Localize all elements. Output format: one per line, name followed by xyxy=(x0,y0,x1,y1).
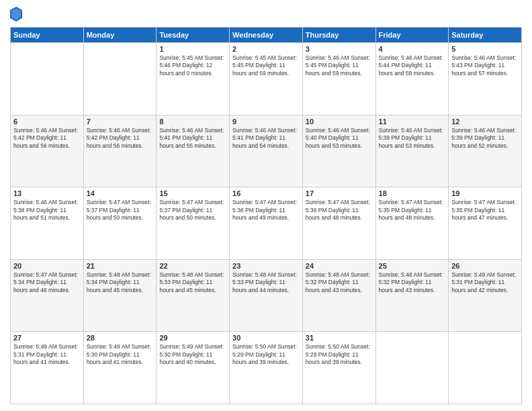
calendar-day: 29Sunrise: 5:49 AM Sunset: 5:30 PM Dayli… xyxy=(157,332,230,404)
calendar-day: 1Sunrise: 5:45 AM Sunset: 5:46 PM Daylig… xyxy=(157,43,230,116)
day-number: 15 xyxy=(159,189,226,197)
col-thursday: Thursday xyxy=(302,28,375,43)
day-detail: Sunrise: 5:50 AM Sunset: 5:29 PM Dayligh… xyxy=(232,343,300,366)
col-wednesday: Wednesday xyxy=(230,28,303,43)
logo xyxy=(10,7,24,21)
day-detail: Sunrise: 5:45 AM Sunset: 5:45 PM Dayligh… xyxy=(232,54,300,77)
day-detail: Sunrise: 5:47 AM Sunset: 5:35 PM Dayligh… xyxy=(451,199,519,222)
day-number: 27 xyxy=(13,334,81,342)
day-number: 28 xyxy=(87,334,154,342)
calendar-day: 13Sunrise: 5:46 AM Sunset: 5:38 PM Dayli… xyxy=(11,187,84,260)
day-detail: Sunrise: 5:46 AM Sunset: 5:41 PM Dayligh… xyxy=(159,127,226,150)
day-number: 11 xyxy=(379,118,446,126)
calendar-day: 28Sunrise: 5:49 AM Sunset: 5:30 PM Dayli… xyxy=(83,332,157,404)
day-number: 29 xyxy=(159,334,226,342)
day-detail: Sunrise: 5:48 AM Sunset: 5:34 PM Dayligh… xyxy=(87,271,154,294)
day-number: 16 xyxy=(232,189,300,197)
day-number: 4 xyxy=(379,45,446,53)
col-saturday: Saturday xyxy=(449,28,522,43)
day-number: 23 xyxy=(232,262,300,270)
day-number: 13 xyxy=(13,189,81,197)
header xyxy=(10,7,522,21)
calendar-day: 5Sunrise: 5:46 AM Sunset: 5:43 PM Daylig… xyxy=(449,43,522,116)
day-detail: Sunrise: 5:48 AM Sunset: 5:33 PM Dayligh… xyxy=(159,271,226,294)
day-detail: Sunrise: 5:49 AM Sunset: 5:30 PM Dayligh… xyxy=(87,343,154,366)
calendar-week-4: 20Sunrise: 5:47 AM Sunset: 5:34 PM Dayli… xyxy=(11,259,522,332)
calendar-day: 2Sunrise: 5:45 AM Sunset: 5:45 PM Daylig… xyxy=(230,43,303,116)
calendar-day: 25Sunrise: 5:48 AM Sunset: 5:32 PM Dayli… xyxy=(375,259,449,332)
col-friday: Friday xyxy=(375,28,449,43)
day-number: 31 xyxy=(306,334,373,342)
calendar-week-5: 27Sunrise: 5:49 AM Sunset: 5:31 PM Dayli… xyxy=(11,332,522,404)
day-detail: Sunrise: 5:46 AM Sunset: 5:45 PM Dayligh… xyxy=(306,54,373,77)
day-detail: Sunrise: 5:46 AM Sunset: 5:42 PM Dayligh… xyxy=(87,127,154,150)
calendar-day: 15Sunrise: 5:47 AM Sunset: 5:37 PM Dayli… xyxy=(157,187,230,260)
day-detail: Sunrise: 5:46 AM Sunset: 5:42 PM Dayligh… xyxy=(13,127,81,150)
calendar-day: 7Sunrise: 5:46 AM Sunset: 5:42 PM Daylig… xyxy=(83,115,157,187)
calendar-day: 21Sunrise: 5:48 AM Sunset: 5:34 PM Dayli… xyxy=(83,259,157,332)
calendar-day: 14Sunrise: 5:47 AM Sunset: 5:37 PM Dayli… xyxy=(83,187,157,260)
calendar-day: 17Sunrise: 5:47 AM Sunset: 5:36 PM Dayli… xyxy=(302,187,375,260)
day-number: 2 xyxy=(232,45,300,53)
calendar-day: 30Sunrise: 5:50 AM Sunset: 5:29 PM Dayli… xyxy=(230,332,303,404)
day-detail: Sunrise: 5:46 AM Sunset: 5:38 PM Dayligh… xyxy=(13,199,81,222)
day-number: 17 xyxy=(306,189,373,197)
calendar-day xyxy=(11,43,84,116)
calendar-day: 18Sunrise: 5:47 AM Sunset: 5:35 PM Dayli… xyxy=(375,187,449,260)
day-number: 5 xyxy=(451,45,519,53)
day-number: 26 xyxy=(451,262,519,270)
calendar-day: 27Sunrise: 5:49 AM Sunset: 5:31 PM Dayli… xyxy=(11,332,84,404)
day-number: 18 xyxy=(379,189,446,197)
day-detail: Sunrise: 5:45 AM Sunset: 5:46 PM Dayligh… xyxy=(159,54,226,77)
calendar-table: Sunday Monday Tuesday Wednesday Thursday… xyxy=(10,27,522,404)
day-detail: Sunrise: 5:48 AM Sunset: 5:32 PM Dayligh… xyxy=(379,271,446,294)
day-number: 6 xyxy=(13,118,81,126)
day-number: 25 xyxy=(379,262,446,270)
calendar-day: 20Sunrise: 5:47 AM Sunset: 5:34 PM Dayli… xyxy=(11,259,84,332)
calendar-week-1: 1Sunrise: 5:45 AM Sunset: 5:46 PM Daylig… xyxy=(11,43,522,116)
day-detail: Sunrise: 5:46 AM Sunset: 5:39 PM Dayligh… xyxy=(451,127,519,150)
day-number: 9 xyxy=(232,118,300,126)
day-detail: Sunrise: 5:49 AM Sunset: 5:31 PM Dayligh… xyxy=(451,271,519,294)
day-detail: Sunrise: 5:46 AM Sunset: 5:40 PM Dayligh… xyxy=(306,127,373,150)
day-detail: Sunrise: 5:47 AM Sunset: 5:36 PM Dayligh… xyxy=(306,199,373,222)
day-detail: Sunrise: 5:47 AM Sunset: 5:36 PM Dayligh… xyxy=(232,199,300,222)
day-number: 24 xyxy=(306,262,373,270)
day-number: 12 xyxy=(451,118,519,126)
day-detail: Sunrise: 5:48 AM Sunset: 5:33 PM Dayligh… xyxy=(232,271,300,294)
logo-icon xyxy=(10,7,22,21)
col-monday: Monday xyxy=(83,28,157,43)
calendar-day: 6Sunrise: 5:46 AM Sunset: 5:42 PM Daylig… xyxy=(11,115,84,187)
calendar-day: 26Sunrise: 5:49 AM Sunset: 5:31 PM Dayli… xyxy=(449,259,522,332)
page: Sunday Monday Tuesday Wednesday Thursday… xyxy=(0,0,532,411)
calendar-day: 11Sunrise: 5:46 AM Sunset: 5:39 PM Dayli… xyxy=(375,115,449,187)
calendar-week-3: 13Sunrise: 5:46 AM Sunset: 5:38 PM Dayli… xyxy=(11,187,522,260)
calendar-day: 23Sunrise: 5:48 AM Sunset: 5:33 PM Dayli… xyxy=(230,259,303,332)
day-number: 1 xyxy=(159,45,226,53)
day-detail: Sunrise: 5:47 AM Sunset: 5:37 PM Dayligh… xyxy=(87,199,154,222)
calendar-day: 22Sunrise: 5:48 AM Sunset: 5:33 PM Dayli… xyxy=(157,259,230,332)
calendar-day: 12Sunrise: 5:46 AM Sunset: 5:39 PM Dayli… xyxy=(449,115,522,187)
day-detail: Sunrise: 5:47 AM Sunset: 5:35 PM Dayligh… xyxy=(379,199,446,222)
day-detail: Sunrise: 5:47 AM Sunset: 5:34 PM Dayligh… xyxy=(13,271,81,294)
day-detail: Sunrise: 5:48 AM Sunset: 5:32 PM Dayligh… xyxy=(306,271,373,294)
calendar-day xyxy=(449,332,522,404)
day-detail: Sunrise: 5:46 AM Sunset: 5:44 PM Dayligh… xyxy=(379,54,446,77)
day-number: 10 xyxy=(306,118,373,126)
day-number: 14 xyxy=(87,189,154,197)
calendar-week-2: 6Sunrise: 5:46 AM Sunset: 5:42 PM Daylig… xyxy=(11,115,522,187)
day-detail: Sunrise: 5:46 AM Sunset: 5:43 PM Dayligh… xyxy=(451,54,519,77)
calendar-day: 4Sunrise: 5:46 AM Sunset: 5:44 PM Daylig… xyxy=(375,43,449,116)
day-detail: Sunrise: 5:49 AM Sunset: 5:30 PM Dayligh… xyxy=(159,343,226,366)
day-number: 7 xyxy=(87,118,154,126)
day-number: 20 xyxy=(13,262,81,270)
day-detail: Sunrise: 5:46 AM Sunset: 5:41 PM Dayligh… xyxy=(232,127,300,150)
calendar-day: 10Sunrise: 5:46 AM Sunset: 5:40 PM Dayli… xyxy=(302,115,375,187)
calendar-day xyxy=(83,43,157,116)
col-tuesday: Tuesday xyxy=(157,28,230,43)
day-number: 30 xyxy=(232,334,300,342)
day-detail: Sunrise: 5:47 AM Sunset: 5:37 PM Dayligh… xyxy=(159,199,226,222)
header-row: Sunday Monday Tuesday Wednesday Thursday… xyxy=(11,28,522,43)
calendar-day: 19Sunrise: 5:47 AM Sunset: 5:35 PM Dayli… xyxy=(449,187,522,260)
calendar-day: 8Sunrise: 5:46 AM Sunset: 5:41 PM Daylig… xyxy=(157,115,230,187)
